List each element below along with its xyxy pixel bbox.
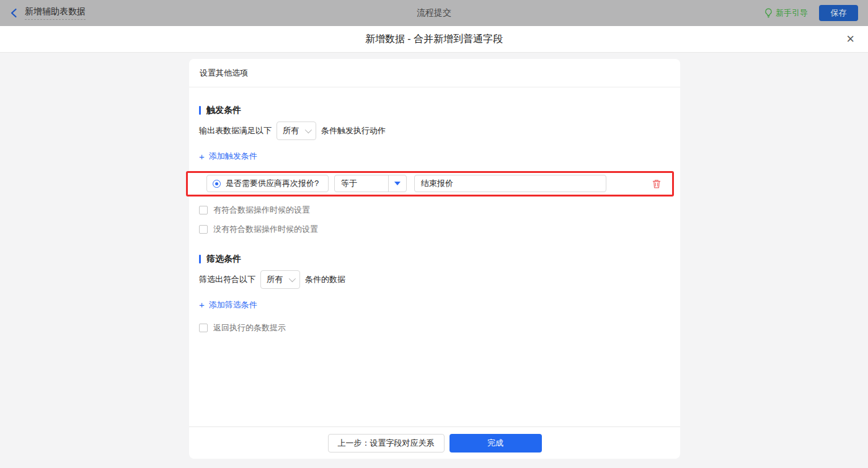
checkbox-no-matching-data[interactable]: 没有符合数据操作时候的设置 xyxy=(199,224,670,235)
breadcrumb-title[interactable]: 新增辅助表数据 xyxy=(25,6,86,20)
condition-operator-value: 等于 xyxy=(335,175,388,192)
flow-submit-title: 流程提交 xyxy=(417,7,451,19)
section-bar-icon xyxy=(199,255,201,263)
add-trigger-condition-label: 添加触发条件 xyxy=(209,151,257,162)
caret-down-icon xyxy=(394,182,401,185)
done-button[interactable]: 完成 xyxy=(450,434,542,453)
section-bar-icon xyxy=(199,106,201,115)
filter-match-prefix: 筛选出符合以下 xyxy=(199,274,255,285)
plus-icon: + xyxy=(199,300,205,309)
beginner-guide-link[interactable]: 新手引导 xyxy=(764,7,808,19)
save-button[interactable]: 保存 xyxy=(819,5,858,21)
radio-field-type-icon xyxy=(213,180,221,188)
checkbox-icon xyxy=(199,206,208,214)
condition-field-label: 是否需要供应商再次报价? xyxy=(226,178,319,189)
checkbox-has-matching-label: 有符合数据操作时候的设置 xyxy=(213,205,310,216)
checkbox-icon xyxy=(199,225,208,234)
options-card: 设置其他选项 触发条件 输出表数据满足以下 所有 条件触发执行动作 + 添加触发… xyxy=(189,59,680,459)
operator-caret-zone xyxy=(388,175,406,192)
chevron-down-icon xyxy=(289,275,296,281)
trigger-match-row: 输出表数据满足以下 所有 条件触发执行动作 xyxy=(199,121,670,140)
dialog-header: 新增数据 - 合并新增到普通字段 × xyxy=(0,26,868,53)
card-footer: 上一步：设置字段对应关系 完成 xyxy=(189,426,680,459)
add-filter-condition-label: 添加筛选条件 xyxy=(209,299,257,311)
add-filter-condition-link[interactable]: + 添加筛选条件 xyxy=(199,299,257,311)
trash-icon xyxy=(652,179,662,189)
checkbox-icon xyxy=(199,324,208,332)
filter-match-select-value: 所有 xyxy=(267,274,283,285)
trigger-condition-row-highlighted: 是否需要供应商再次报价? 等于 结束报价 xyxy=(186,171,674,196)
radio-field-dot xyxy=(215,182,218,185)
lightbulb-icon xyxy=(764,8,773,18)
condition-operator-select[interactable]: 等于 xyxy=(334,175,407,192)
dialog-title: 新增数据 - 合并新增到普通字段 xyxy=(365,33,503,46)
checkbox-no-matching-label: 没有符合数据操作时候的设置 xyxy=(213,224,318,235)
filter-match-select[interactable]: 所有 xyxy=(260,270,300,289)
topbar: 新增辅助表数据 流程提交 新手引导 保存 xyxy=(0,0,868,26)
card-header-title: 设置其他选项 xyxy=(200,68,248,79)
plus-icon: + xyxy=(199,152,205,161)
filter-section-title: 筛选条件 xyxy=(199,254,670,265)
trigger-match-prefix: 输出表数据满足以下 xyxy=(199,125,272,136)
trigger-section-label: 触发条件 xyxy=(206,105,241,116)
filter-match-row: 筛选出符合以下 所有 条件的数据 xyxy=(199,270,670,289)
beginner-guide-label: 新手引导 xyxy=(776,7,808,19)
condition-field-select[interactable]: 是否需要供应商再次报价? xyxy=(206,175,329,192)
trigger-match-suffix: 条件触发执行动作 xyxy=(321,125,386,136)
topbar-left: 新增辅助表数据 xyxy=(10,6,86,20)
card-body: 触发条件 输出表数据满足以下 所有 条件触发执行动作 + 添加触发条件 xyxy=(189,87,680,426)
checkbox-has-matching-data[interactable]: 有符合数据操作时候的设置 xyxy=(199,205,670,216)
filter-section-label: 筛选条件 xyxy=(206,254,241,265)
trigger-match-select-value: 所有 xyxy=(283,125,299,136)
trigger-section-title: 触发条件 xyxy=(199,105,670,116)
condition-value-input[interactable]: 结束报价 xyxy=(414,175,606,192)
dialog-body: 设置其他选项 触发条件 输出表数据满足以下 所有 条件触发执行动作 + 添加触发… xyxy=(0,53,868,468)
prev-step-button[interactable]: 上一步：设置字段对应关系 xyxy=(328,434,445,453)
back-button[interactable] xyxy=(10,8,17,18)
card-header: 设置其他选项 xyxy=(189,59,680,87)
checkbox-return-count-label: 返回执行的条数提示 xyxy=(213,322,286,333)
close-icon[interactable]: × xyxy=(843,31,858,47)
checkbox-return-count-tip[interactable]: 返回执行的条数提示 xyxy=(199,322,670,333)
chevron-left-icon xyxy=(10,8,17,18)
chevron-down-icon xyxy=(305,126,312,133)
filter-match-suffix: 条件的数据 xyxy=(305,274,345,285)
trigger-match-select[interactable]: 所有 xyxy=(277,121,316,140)
delete-condition-button[interactable] xyxy=(652,179,662,189)
add-trigger-condition-link[interactable]: + 添加触发条件 xyxy=(199,151,257,162)
topbar-right: 新手引导 保存 xyxy=(764,5,858,21)
